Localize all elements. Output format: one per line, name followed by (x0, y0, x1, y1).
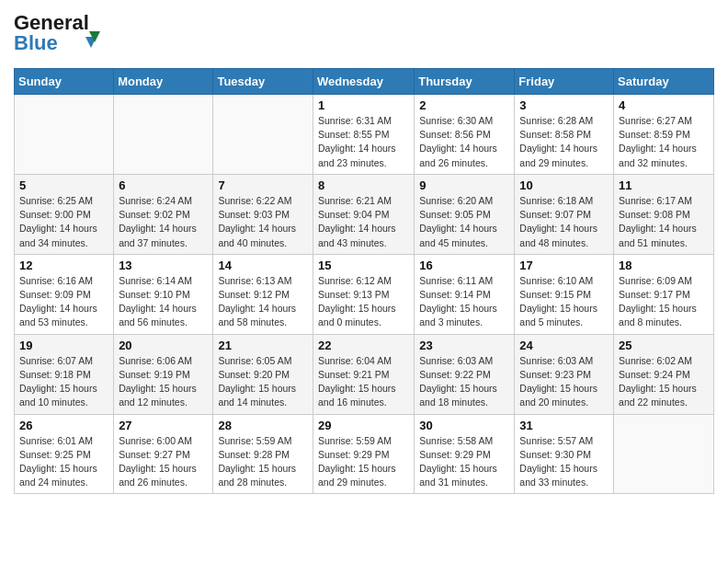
calendar-cell: 17Sunrise: 6:10 AMSunset: 9:15 PMDayligh… (515, 254, 614, 334)
day-number: 21 (218, 339, 308, 352)
day-info: Sunrise: 6:27 AMSunset: 8:59 PMDaylight:… (619, 114, 709, 170)
day-number: 28 (218, 419, 308, 432)
day-info: Sunrise: 6:13 AMSunset: 9:12 PMDaylight:… (218, 274, 308, 330)
day-info: Sunrise: 6:17 AMSunset: 9:08 PMDaylight:… (619, 194, 709, 250)
day-number: 12 (19, 259, 108, 272)
day-info: Sunrise: 6:07 AMSunset: 9:18 PMDaylight:… (19, 354, 108, 410)
week-row-1: 1Sunrise: 6:31 AMSunset: 8:55 PMDaylight… (15, 95, 714, 175)
day-number: 10 (519, 178, 609, 192)
day-info: Sunrise: 6:30 AMSunset: 8:56 PMDaylight:… (419, 114, 509, 170)
calendar-cell: 8Sunrise: 6:21 AMSunset: 9:04 PMDaylight… (313, 174, 414, 254)
day-info: Sunrise: 5:59 AMSunset: 9:28 PMDaylight:… (218, 434, 308, 490)
day-info: Sunrise: 6:01 AMSunset: 9:25 PMDaylight:… (19, 434, 108, 490)
calendar-cell: 22Sunrise: 6:04 AMSunset: 9:21 PMDayligh… (313, 334, 414, 414)
calendar-cell: 14Sunrise: 6:13 AMSunset: 9:12 PMDayligh… (213, 254, 313, 334)
day-number: 18 (619, 259, 709, 272)
day-number: 15 (318, 259, 409, 272)
day-info: Sunrise: 6:16 AMSunset: 9:09 PMDaylight:… (19, 274, 108, 330)
calendar-cell: 4Sunrise: 6:27 AMSunset: 8:59 PMDaylight… (614, 95, 714, 175)
day-number: 7 (218, 178, 308, 192)
day-info: Sunrise: 6:28 AMSunset: 8:58 PMDaylight:… (519, 114, 609, 170)
day-info: Sunrise: 6:11 AMSunset: 9:14 PMDaylight:… (419, 274, 509, 330)
calendar-cell: 11Sunrise: 6:17 AMSunset: 9:08 PMDayligh… (614, 174, 714, 254)
day-info: Sunrise: 5:59 AMSunset: 9:29 PMDaylight:… (318, 434, 409, 490)
calendar-cell: 27Sunrise: 6:00 AMSunset: 9:27 PMDayligh… (114, 414, 213, 494)
calendar-cell: 30Sunrise: 5:58 AMSunset: 9:29 PMDayligh… (415, 414, 515, 494)
day-number: 4 (619, 98, 709, 112)
calendar-cell (213, 95, 313, 175)
col-header-tuesday: Tuesday (213, 69, 313, 95)
day-number: 11 (619, 178, 709, 192)
day-number: 20 (119, 339, 208, 352)
calendar-cell: 20Sunrise: 6:06 AMSunset: 9:19 PMDayligh… (114, 334, 213, 414)
day-info: Sunrise: 6:09 AMSunset: 9:17 PMDaylight:… (619, 274, 709, 330)
logo: General Blue (14, 9, 101, 61)
day-info: Sunrise: 6:31 AMSunset: 8:55 PMDaylight:… (318, 114, 409, 170)
calendar-cell: 9Sunrise: 6:20 AMSunset: 9:05 PMDaylight… (415, 174, 515, 254)
day-info: Sunrise: 5:58 AMSunset: 9:29 PMDaylight:… (419, 434, 509, 490)
day-info: Sunrise: 6:05 AMSunset: 9:20 PMDaylight:… (218, 354, 308, 410)
day-number: 31 (519, 419, 609, 432)
day-info: Sunrise: 6:21 AMSunset: 9:04 PMDaylight:… (318, 194, 409, 250)
day-number: 6 (119, 178, 208, 192)
calendar-cell: 10Sunrise: 6:18 AMSunset: 9:07 PMDayligh… (515, 174, 614, 254)
day-number: 5 (19, 178, 108, 192)
day-info: Sunrise: 6:14 AMSunset: 9:10 PMDaylight:… (119, 274, 208, 330)
day-number: 1 (318, 98, 409, 112)
calendar-cell: 6Sunrise: 6:24 AMSunset: 9:02 PMDaylight… (114, 174, 213, 254)
calendar-page: General Blue SundayMondayTuesdayWednesda… (0, 0, 728, 563)
calendar-cell: 5Sunrise: 6:25 AMSunset: 9:00 PMDaylight… (15, 174, 114, 254)
calendar-cell: 18Sunrise: 6:09 AMSunset: 9:17 PMDayligh… (614, 254, 714, 334)
calendar-cell: 23Sunrise: 6:03 AMSunset: 9:22 PMDayligh… (415, 334, 515, 414)
week-row-5: 26Sunrise: 6:01 AMSunset: 9:25 PMDayligh… (15, 414, 714, 494)
col-header-sunday: Sunday (15, 69, 114, 95)
day-info: Sunrise: 6:24 AMSunset: 9:02 PMDaylight:… (119, 194, 208, 250)
calendar-cell: 19Sunrise: 6:07 AMSunset: 9:18 PMDayligh… (15, 334, 114, 414)
calendar-cell: 12Sunrise: 6:16 AMSunset: 9:09 PMDayligh… (15, 254, 114, 334)
day-number: 9 (419, 178, 509, 192)
day-info: Sunrise: 6:00 AMSunset: 9:27 PMDaylight:… (119, 434, 208, 490)
day-number: 19 (19, 339, 108, 352)
day-number: 22 (318, 339, 409, 352)
calendar-cell: 24Sunrise: 6:03 AMSunset: 9:23 PMDayligh… (515, 334, 614, 414)
calendar-cell: 15Sunrise: 6:12 AMSunset: 9:13 PMDayligh… (313, 254, 414, 334)
calendar-cell: 28Sunrise: 5:59 AMSunset: 9:28 PMDayligh… (213, 414, 313, 494)
calendar-cell: 25Sunrise: 6:02 AMSunset: 9:24 PMDayligh… (614, 334, 714, 414)
logo-svg: General Blue (14, 9, 101, 57)
calendar-cell (15, 95, 114, 175)
day-number: 2 (419, 98, 509, 112)
calendar-cell: 21Sunrise: 6:05 AMSunset: 9:20 PMDayligh… (213, 334, 313, 414)
calendar-cell: 7Sunrise: 6:22 AMSunset: 9:03 PMDaylight… (213, 174, 313, 254)
day-number: 16 (419, 259, 509, 272)
day-info: Sunrise: 6:25 AMSunset: 9:00 PMDaylight:… (19, 194, 108, 250)
day-number: 13 (119, 259, 208, 272)
day-info: Sunrise: 6:06 AMSunset: 9:19 PMDaylight:… (119, 354, 208, 410)
calendar-cell: 31Sunrise: 5:57 AMSunset: 9:30 PMDayligh… (515, 414, 614, 494)
col-header-friday: Friday (515, 69, 614, 95)
calendar-cell: 13Sunrise: 6:14 AMSunset: 9:10 PMDayligh… (114, 254, 213, 334)
day-info: Sunrise: 6:03 AMSunset: 9:23 PMDaylight:… (519, 354, 609, 410)
calendar-cell: 1Sunrise: 6:31 AMSunset: 8:55 PMDaylight… (313, 95, 414, 175)
week-row-4: 19Sunrise: 6:07 AMSunset: 9:18 PMDayligh… (15, 334, 714, 414)
col-header-thursday: Thursday (415, 69, 515, 95)
calendar-cell: 29Sunrise: 5:59 AMSunset: 9:29 PMDayligh… (313, 414, 414, 494)
col-header-monday: Monday (114, 69, 213, 95)
day-number: 14 (218, 259, 308, 272)
calendar-cell: 3Sunrise: 6:28 AMSunset: 8:58 PMDaylight… (515, 95, 614, 175)
day-number: 29 (318, 419, 409, 432)
day-number: 30 (419, 419, 509, 432)
calendar-cell: 16Sunrise: 6:11 AMSunset: 9:14 PMDayligh… (415, 254, 515, 334)
day-number: 23 (419, 339, 509, 352)
day-number: 27 (119, 419, 208, 432)
calendar-cell (114, 95, 213, 175)
day-number: 8 (318, 178, 409, 192)
col-header-wednesday: Wednesday (313, 69, 414, 95)
day-info: Sunrise: 6:03 AMSunset: 9:22 PMDaylight:… (419, 354, 509, 410)
week-row-3: 12Sunrise: 6:16 AMSunset: 9:09 PMDayligh… (15, 254, 714, 334)
svg-text:Blue: Blue (14, 31, 58, 54)
calendar-table: SundayMondayTuesdayWednesdayThursdayFrid… (14, 68, 714, 494)
page-header: General Blue (14, 9, 714, 61)
day-headers-row: SundayMondayTuesdayWednesdayThursdayFrid… (15, 69, 714, 95)
calendar-cell: 26Sunrise: 6:01 AMSunset: 9:25 PMDayligh… (15, 414, 114, 494)
calendar-cell (614, 414, 714, 494)
